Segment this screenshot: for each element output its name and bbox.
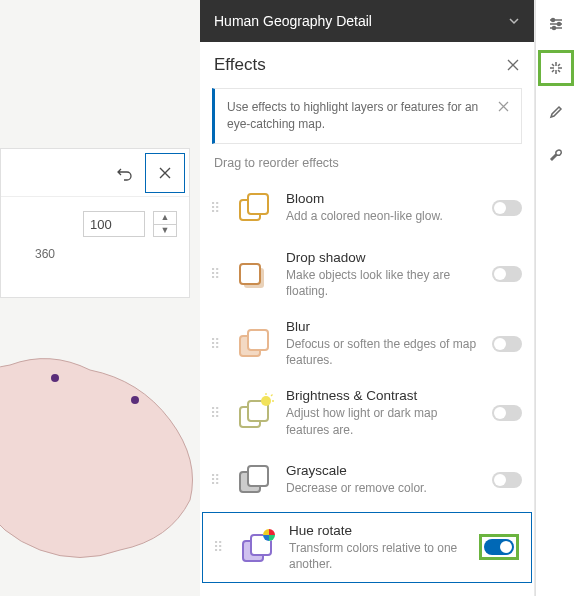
effect-desc: Adjust how light or dark map features ar… [286,405,482,437]
effect-name: Bloom [286,191,482,206]
brightness-icon [232,391,276,435]
drag-handle-icon[interactable]: ⠿ [208,477,222,483]
info-tip: Use effects to highlight layers or featu… [212,88,522,144]
panel-subtitle: Effects [214,55,266,75]
drag-handle-icon[interactable]: ⠿ [211,544,225,550]
map-landmass [0,330,220,590]
hue-degrees-input[interactable] [83,211,145,237]
chevron-down-icon [508,15,520,27]
effect-row-blur[interactable]: ⠿ Blur Defocus or soften the edges of ma… [200,309,534,378]
svg-point-21 [551,19,554,22]
pencil-icon [548,104,564,120]
effect-name: Hue rotate [289,523,469,538]
effect-row-brightness-contrast[interactable]: ⠿ Brightness & Contrast Adjust how light… [200,378,534,447]
effect-name: Blur [286,319,482,334]
step-down-icon[interactable]: ▼ [154,225,176,237]
svg-rect-9 [248,330,268,350]
hue-rotate-popover: ▲ ▼ 360 [0,148,190,298]
right-toolbar [535,0,575,596]
undo-button[interactable] [111,159,139,187]
reorder-label: Drag to reorder effects [200,154,534,176]
effect-row-grayscale[interactable]: ⠿ Grayscale Decrease or remove color. [200,448,534,512]
effect-desc: Decrease or remove color. [286,480,482,496]
blur-icon [232,322,276,366]
effect-name: Brightness & Contrast [286,388,482,403]
settings-button[interactable] [538,6,574,42]
effects-panel: Human Geography Detail Effects Use effec… [200,0,535,596]
effect-row-drop-shadow[interactable]: ⠿ Drop shadow Make objects look like the… [200,240,534,309]
svg-rect-5 [248,194,268,214]
drag-handle-icon[interactable]: ⠿ [208,205,222,211]
tools-button[interactable] [538,138,574,174]
effect-desc: Defocus or soften the edges of map featu… [286,336,482,368]
svg-point-3 [131,396,139,404]
effect-desc: Transform colors relative to one another… [289,540,469,572]
effect-toggle[interactable] [484,539,514,555]
drag-handle-icon[interactable]: ⠿ [208,271,222,277]
effect-toggle[interactable] [492,405,522,421]
svg-point-2 [51,374,59,382]
hue-rotate-icon [235,525,279,569]
svg-line-15 [271,395,273,397]
svg-point-23 [552,27,555,30]
panel-header[interactable]: Human Geography Detail [200,0,534,42]
sliders-icon [548,16,564,32]
effect-name: Drop shadow [286,250,482,265]
value-stepper[interactable]: ▲ ▼ [153,211,177,237]
drop-shadow-icon [232,252,276,296]
effect-toggle[interactable] [492,200,522,216]
effects-list: ⠿ Bloom Add a colored neon-like glow. ⠿ … [200,176,534,596]
drag-handle-icon[interactable]: ⠿ [208,341,222,347]
effect-desc: Add a colored neon-like glow. [286,208,482,224]
svg-rect-17 [248,466,268,486]
tip-text: Use effects to highlight layers or featu… [227,99,488,133]
sparkle-icon [548,60,564,76]
effect-desc: Make objects look like they are floating… [286,267,482,299]
effect-toggle[interactable] [492,336,522,352]
effects-button[interactable] [538,50,574,86]
effect-toggle[interactable] [492,266,522,282]
effect-toggle[interactable] [492,472,522,488]
bloom-icon [232,186,276,230]
svg-point-22 [557,23,560,26]
scale-max-label: 360 [35,247,189,261]
close-panel-button[interactable] [506,58,520,72]
grayscale-icon [232,458,276,502]
wrench-icon [548,148,564,164]
edit-button[interactable] [538,94,574,130]
effect-name: Grayscale [286,463,482,478]
layer-title: Human Geography Detail [214,13,372,29]
dismiss-tip-button[interactable] [498,101,509,112]
effect-row-bloom[interactable]: ⠿ Bloom Add a colored neon-like glow. [200,176,534,240]
svg-rect-7 [240,264,260,284]
step-up-icon[interactable]: ▲ [154,212,176,225]
close-popover-button[interactable] [145,153,185,193]
toggle-highlight [479,534,519,560]
drag-handle-icon[interactable]: ⠿ [208,410,222,416]
effect-row-hue-rotate[interactable]: ⠿ Hue rotate Transform colors relative t… [202,512,532,583]
svg-point-12 [261,396,271,406]
